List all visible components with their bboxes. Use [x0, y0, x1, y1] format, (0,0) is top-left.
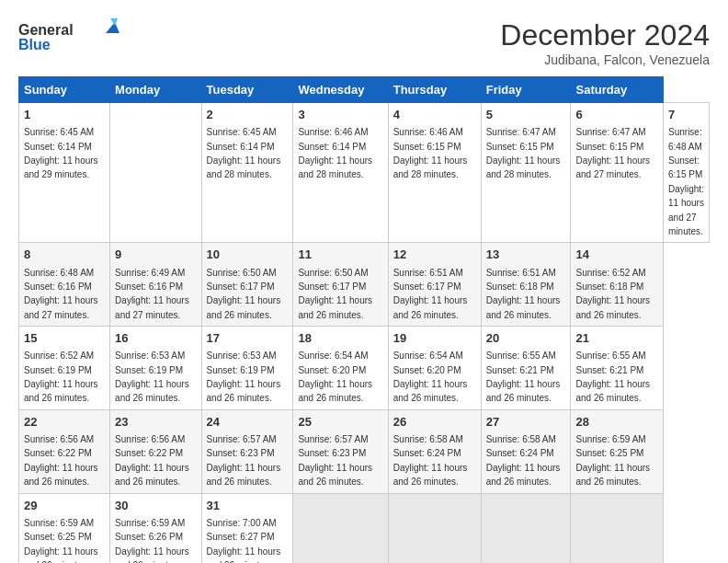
location: Judibana, Falcon, Venezuela: [500, 52, 710, 67]
calendar-cell-28: 28Sunrise: 6:59 AMSunset: 6:25 PMDayligh…: [571, 409, 664, 493]
calendar-body: 1Sunrise: 6:45 AMSunset: 6:14 PMDaylight…: [19, 103, 710, 564]
calendar-cell-empty: [110, 103, 201, 243]
calendar-cell-27: 27Sunrise: 6:58 AMSunset: 6:24 PMDayligh…: [481, 409, 571, 493]
calendar-cell-16: 16Sunrise: 6:53 AMSunset: 6:19 PMDayligh…: [110, 327, 201, 410]
calendar-week-4: 22Sunrise: 6:56 AMSunset: 6:22 PMDayligh…: [19, 409, 710, 493]
calendar-cell-1: 1Sunrise: 6:45 AMSunset: 6:14 PMDaylight…: [19, 103, 110, 243]
month-title: December 2024: [500, 18, 710, 52]
col-sunday: Sunday: [19, 77, 110, 103]
calendar-week-1: 1Sunrise: 6:45 AMSunset: 6:14 PMDaylight…: [19, 103, 710, 243]
calendar-cell-21: 21Sunrise: 6:55 AMSunset: 6:21 PMDayligh…: [571, 327, 664, 410]
calendar-cell-10: 10Sunrise: 6:50 AMSunset: 6:17 PMDayligh…: [201, 243, 293, 327]
calendar-cell-4: 4Sunrise: 6:46 AMSunset: 6:15 PMDaylight…: [388, 103, 481, 243]
calendar-cell-empty-w4-4: [388, 493, 481, 563]
calendar-cell-15: 15Sunrise: 6:52 AMSunset: 6:19 PMDayligh…: [19, 327, 110, 410]
logo: General Blue: [18, 18, 119, 55]
calendar-week-2: 8Sunrise: 6:48 AMSunset: 6:16 PMDaylight…: [19, 243, 710, 327]
calendar-cell-7: 7Sunrise: 6:48 AMSunset: 6:15 PMDaylight…: [664, 103, 710, 243]
calendar-cell-24: 24Sunrise: 6:57 AMSunset: 6:23 PMDayligh…: [201, 409, 293, 493]
title-block: December 2024 Judibana, Falcon, Venezuel…: [500, 18, 710, 67]
col-saturday: Saturday: [571, 77, 664, 103]
calendar-cell-6: 6Sunrise: 6:47 AMSunset: 6:15 PMDaylight…: [571, 103, 664, 243]
calendar-cell-8: 8Sunrise: 6:48 AMSunset: 6:16 PMDaylight…: [19, 243, 110, 327]
col-wednesday: Wednesday: [293, 77, 388, 103]
col-friday: Friday: [481, 77, 571, 103]
calendar-cell-empty-w4-3: [293, 493, 388, 563]
calendar-cell-17: 17Sunrise: 6:53 AMSunset: 6:19 PMDayligh…: [201, 327, 293, 410]
svg-marker-2: [106, 22, 119, 33]
calendar-cell-5: 5Sunrise: 6:47 AMSunset: 6:15 PMDaylight…: [481, 103, 571, 243]
calendar-table: Sunday Monday Tuesday Wednesday Thursday…: [18, 76, 710, 563]
calendar-cell-30: 30Sunrise: 6:59 AMSunset: 6:26 PMDayligh…: [110, 493, 201, 563]
calendar-header-row: Sunday Monday Tuesday Wednesday Thursday…: [19, 77, 710, 103]
svg-text:Blue: Blue: [18, 37, 51, 52]
col-monday: Monday: [110, 77, 201, 103]
calendar-cell-empty-w4-5: [481, 493, 571, 563]
calendar-cell-2: 2Sunrise: 6:45 AMSunset: 6:14 PMDaylight…: [201, 103, 293, 243]
calendar-cell-31: 31Sunrise: 7:00 AMSunset: 6:27 PMDayligh…: [201, 493, 293, 563]
calendar-cell-13: 13Sunrise: 6:51 AMSunset: 6:18 PMDayligh…: [481, 243, 571, 327]
calendar-cell-22: 22Sunrise: 6:56 AMSunset: 6:22 PMDayligh…: [19, 409, 110, 493]
calendar-cell-11: 11Sunrise: 6:50 AMSunset: 6:17 PMDayligh…: [293, 243, 388, 327]
calendar-cell-29: 29Sunrise: 6:59 AMSunset: 6:25 PMDayligh…: [19, 493, 110, 563]
calendar-cell-20: 20Sunrise: 6:55 AMSunset: 6:21 PMDayligh…: [481, 327, 571, 410]
calendar-cell-3: 3Sunrise: 6:46 AMSunset: 6:14 PMDaylight…: [293, 103, 388, 243]
calendar-cell-empty-w4-6: [571, 493, 664, 563]
calendar-cell-23: 23Sunrise: 6:56 AMSunset: 6:22 PMDayligh…: [110, 409, 201, 493]
calendar-cell-14: 14Sunrise: 6:52 AMSunset: 6:18 PMDayligh…: [571, 243, 664, 327]
page-header: General Blue December 2024 Judibana, Fal…: [18, 18, 710, 67]
calendar-week-3: 15Sunrise: 6:52 AMSunset: 6:19 PMDayligh…: [19, 327, 710, 410]
calendar-cell-26: 26Sunrise: 6:58 AMSunset: 6:24 PMDayligh…: [388, 409, 481, 493]
calendar-cell-9: 9Sunrise: 6:49 AMSunset: 6:16 PMDaylight…: [110, 243, 201, 327]
col-thursday: Thursday: [388, 77, 481, 103]
calendar-cell-25: 25Sunrise: 6:57 AMSunset: 6:23 PMDayligh…: [293, 409, 388, 493]
calendar-week-5: 29Sunrise: 6:59 AMSunset: 6:25 PMDayligh…: [19, 493, 710, 563]
calendar-cell-12: 12Sunrise: 6:51 AMSunset: 6:17 PMDayligh…: [388, 243, 481, 327]
logo-svg: General Blue: [18, 18, 119, 55]
svg-text:General: General: [18, 22, 74, 38]
calendar-cell-19: 19Sunrise: 6:54 AMSunset: 6:20 PMDayligh…: [388, 327, 481, 410]
col-tuesday: Tuesday: [201, 77, 293, 103]
calendar-cell-18: 18Sunrise: 6:54 AMSunset: 6:20 PMDayligh…: [293, 327, 388, 410]
